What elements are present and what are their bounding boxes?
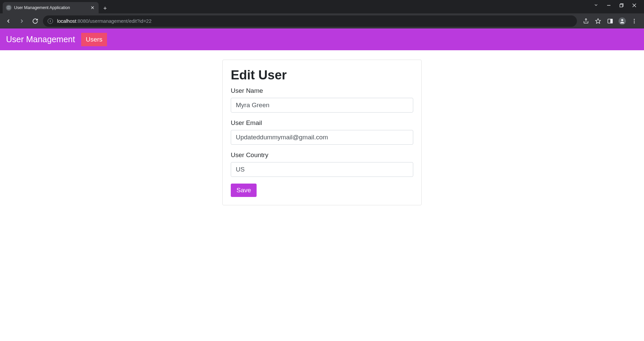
browser-chrome: User Management Application ✕ + <box>0 0 644 28</box>
toolbar-right-icons <box>579 17 641 25</box>
app-brand[interactable]: User Management <box>6 35 75 44</box>
url-host: localhost <box>57 18 76 24</box>
svg-point-11 <box>634 19 635 20</box>
side-panel-icon[interactable] <box>606 17 614 25</box>
share-icon[interactable] <box>582 17 590 25</box>
label-user-country: User Country <box>231 151 413 159</box>
page-heading: Edit User <box>231 68 413 82</box>
profile-avatar-icon[interactable] <box>619 17 626 25</box>
svg-point-12 <box>634 20 635 21</box>
svg-rect-9 <box>611 19 612 23</box>
tab-close-icon[interactable]: ✕ <box>90 4 95 11</box>
back-button[interactable] <box>3 15 14 27</box>
svg-marker-6 <box>596 18 601 23</box>
svg-rect-2 <box>620 4 623 7</box>
save-button[interactable]: Save <box>231 184 257 197</box>
new-tab-button[interactable]: + <box>99 3 112 13</box>
svg-point-10 <box>621 19 623 21</box>
url-text: localhost:8080/usermanagement/edit?id=22 <box>57 18 152 24</box>
site-info-icon[interactable]: i <box>48 18 53 24</box>
form-group-country: User Country <box>231 151 413 177</box>
url-path: :8080/usermanagement/edit?id=22 <box>76 18 152 24</box>
close-window-icon[interactable] <box>629 3 639 9</box>
address-bar[interactable]: i localhost:8080/usermanagement/edit?id=… <box>43 15 577 27</box>
browser-tab[interactable]: User Management Application ✕ <box>3 2 99 13</box>
input-user-email[interactable] <box>231 130 413 145</box>
main-container: Edit User User Name User Email User Coun… <box>0 50 644 205</box>
kebab-menu-icon[interactable] <box>631 17 638 25</box>
reload-button[interactable] <box>30 15 41 27</box>
edit-user-card: Edit User User Name User Email User Coun… <box>222 60 422 205</box>
tab-title: User Management Application <box>14 5 87 10</box>
form-group-name: User Name <box>231 87 413 113</box>
forward-button[interactable] <box>16 15 28 27</box>
label-user-name: User Name <box>231 87 413 94</box>
input-user-name[interactable] <box>231 98 413 113</box>
tab-search-icon[interactable] <box>591 3 601 9</box>
minimize-icon[interactable] <box>604 3 614 9</box>
bookmark-star-icon[interactable] <box>594 17 602 25</box>
label-user-email: User Email <box>231 119 413 127</box>
nav-link-users[interactable]: Users <box>81 33 107 46</box>
svg-point-13 <box>634 22 635 23</box>
tab-bar: User Management Application ✕ + <box>0 0 644 13</box>
input-user-country[interactable] <box>231 162 413 177</box>
app-navbar: User Management Users <box>0 28 644 50</box>
form-group-email: User Email <box>231 119 413 145</box>
maximize-icon[interactable] <box>616 3 627 9</box>
globe-icon <box>6 5 11 10</box>
window-controls <box>586 0 644 11</box>
address-row: i localhost:8080/usermanagement/edit?id=… <box>0 13 644 28</box>
